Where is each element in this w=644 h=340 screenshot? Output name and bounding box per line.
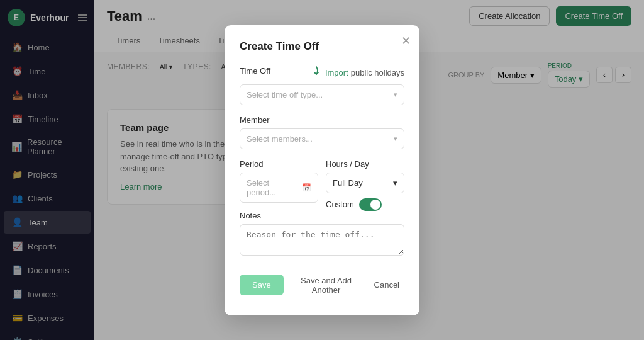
modal-actions: Save Save and Add Another Cancel (240, 270, 404, 300)
notes-group: Notes (240, 211, 404, 258)
modal-close-button[interactable]: ✕ (401, 34, 411, 48)
hours-day-select[interactable]: Full Day ▾ (326, 173, 404, 193)
import-row: Import public holidays (310, 65, 404, 81)
hours-day-label: Hours / Day (326, 159, 404, 169)
member-label: Member (240, 115, 404, 125)
arrow-down-icon (310, 65, 323, 81)
time-off-chevron: ▾ (394, 91, 397, 99)
hours-day-value: Full Day (333, 178, 363, 188)
import-link[interactable]: Import (325, 68, 348, 77)
import-suffix: public holidays (351, 68, 404, 77)
period-hours-row: Period Select period... 📅 Hours / Day Fu… (240, 159, 404, 211)
time-off-type-select[interactable]: Select time off type... ▾ (240, 84, 404, 105)
member-select[interactable]: Select members... ▾ (240, 128, 404, 149)
period-input[interactable]: Select period... 📅 (240, 173, 318, 203)
custom-row: Custom (326, 198, 404, 211)
time-off-group: Time Off Import public holidays Select t… (240, 65, 404, 105)
notes-textarea[interactable] (240, 224, 404, 256)
create-time-off-modal: Create Time Off ✕ Time Off Import public… (225, 25, 419, 315)
hours-day-chevron: ▾ (393, 178, 397, 188)
cancel-button[interactable]: Cancel (369, 275, 404, 295)
hours-day-col: Hours / Day Full Day ▾ Custom (326, 159, 404, 211)
calendar-icon: 📅 (302, 183, 311, 192)
notes-label: Notes (240, 211, 404, 220)
save-and-add-button[interactable]: Save and Add Another (289, 270, 364, 300)
time-off-header-row: Time Off Import public holidays (240, 65, 404, 81)
time-off-type-placeholder: Select time off type... (247, 90, 323, 99)
member-chevron: ▾ (394, 135, 397, 143)
period-label-field: Period (240, 159, 318, 169)
member-group: Member Select members... ▾ (240, 115, 404, 149)
modal-overlay: Create Time Off ✕ Time Off Import public… (0, 0, 644, 340)
period-placeholder-text: Select period... (247, 178, 298, 197)
custom-label: Custom (326, 200, 354, 209)
toggle-knob (370, 200, 380, 210)
custom-toggle[interactable] (359, 198, 382, 211)
save-button[interactable]: Save (240, 275, 284, 295)
period-col: Period Select period... 📅 (240, 159, 318, 211)
modal-title: Create Time Off (240, 40, 404, 53)
member-placeholder: Select members... (247, 134, 313, 144)
time-off-label: Time Off (240, 66, 270, 76)
